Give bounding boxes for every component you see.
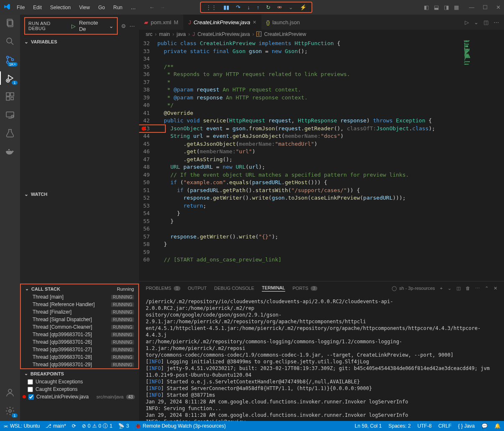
problems-indicator[interactable]: ⊘0 ⚠0 ⓘ1	[82, 423, 112, 430]
callstack-thread[interactable]: Thread [main]RUNNING	[21, 293, 138, 301]
chevron-down-icon[interactable]: ⌄	[109, 23, 114, 29]
accounts-icon[interactable]	[5, 388, 15, 398]
menu-selection[interactable]: Selection	[47, 3, 74, 12]
layout-sidebar-left-icon[interactable]: ◧	[424, 4, 429, 10]
panel-debug-console[interactable]: DEBUG CONSOLE	[214, 286, 254, 291]
step-over-icon[interactable]: ↷	[236, 4, 241, 10]
menu-go[interactable]: Go	[95, 3, 108, 12]
chevron-down-icon[interactable]: ⌄	[289, 4, 293, 10]
chevron-down-icon[interactable]: ⌄	[474, 19, 479, 25]
bp-caught[interactable]: Caught Exceptions	[20, 385, 139, 393]
close-panel-icon[interactable]: ✕	[494, 286, 497, 291]
run-debug-icon[interactable]: 1	[5, 73, 15, 83]
sync-icon[interactable]: ⟳	[72, 423, 76, 429]
code-editor[interactable]: 3233343536373839404142434445464748495051…	[139, 39, 462, 281]
nav-back-icon[interactable]: ←	[149, 4, 154, 10]
remote-icon: ⫘	[3, 423, 8, 429]
layout-panel-icon[interactable]: ⬓	[434, 4, 439, 10]
restart-icon[interactable]: ↻	[266, 4, 271, 10]
pause-icon[interactable]: ▮▮	[223, 4, 229, 10]
menu-edit[interactable]: Edit	[30, 3, 45, 12]
maximize-icon[interactable]: ☐	[483, 4, 488, 10]
search-icon[interactable]	[5, 36, 15, 46]
disconnect-icon[interactable]: ⚮	[277, 4, 282, 10]
svg-point-20	[9, 410, 11, 412]
ports-indicator[interactable]: 📡 3	[118, 423, 129, 429]
split-editor-icon[interactable]: ◫	[484, 19, 489, 25]
encoding[interactable]: UTF-8	[418, 423, 432, 429]
remote-indicator[interactable]: ⫘ WSL: Ubuntu	[3, 423, 40, 429]
debug-settings-icon[interactable]: ⚙	[121, 23, 126, 29]
settings-gear-icon[interactable]: 1	[5, 406, 15, 416]
bp-caught-checkbox[interactable]	[28, 387, 33, 392]
bp-file[interactable]: CreateLinkPreview.java src/main/java 43	[20, 393, 139, 401]
extensions-icon[interactable]	[5, 91, 15, 101]
split-terminal-icon[interactable]: ◫	[456, 286, 461, 291]
minimize-icon[interactable]: —	[469, 4, 474, 10]
explorer-icon[interactable]	[5, 18, 15, 28]
callstack-thread[interactable]: Thread [qtp399683701-28]RUNNING	[21, 353, 138, 361]
menu-file[interactable]: File	[13, 3, 28, 12]
more-icon[interactable]: ⋯	[129, 23, 135, 29]
chevron-down-icon[interactable]: ⌄	[448, 286, 451, 291]
remote-explorer-icon[interactable]	[5, 110, 15, 120]
more-icon[interactable]: ⋯	[494, 19, 499, 25]
panel-terminal[interactable]: TERMINAL	[262, 285, 285, 292]
menu-more[interactable]: …	[127, 3, 139, 12]
chevron-up-icon[interactable]: ⌃	[485, 286, 489, 291]
git-branch[interactable]: ⎇ main*	[46, 423, 66, 429]
watch-section[interactable]: ⌄ WATCH	[20, 190, 139, 199]
tab-launch[interactable]: {} launch.json	[261, 15, 305, 30]
nav-forward-icon[interactable]: →	[160, 4, 165, 10]
close-tab-icon[interactable]: ×	[253, 19, 256, 25]
minimap[interactable]: █ ██ ████ █ ███ ██ █ ██ ██ █ ██ ████████…	[462, 39, 504, 281]
layout-sidebar-right-icon[interactable]: ◨	[444, 4, 449, 10]
source-control-icon[interactable]: 1K+	[5, 55, 15, 65]
breadcrumb[interactable]: src› main› java› J CreateLinkPreview.jav…	[139, 30, 504, 39]
panel-problems[interactable]: PROBLEMS 1	[146, 286, 180, 291]
bp-file-checkbox[interactable]	[28, 394, 34, 400]
notifications-icon[interactable]: 🔔	[494, 423, 501, 429]
callstack-thread[interactable]: Thread [Finalizer]RUNNING	[21, 308, 138, 316]
callstack-thread[interactable]: Thread [Reference Handler]RUNNING	[21, 301, 138, 308]
language-mode[interactable]: { } Java	[458, 423, 475, 429]
new-terminal-icon[interactable]: +	[440, 286, 443, 291]
bp-uncaught[interactable]: Uncaught Exceptions	[20, 378, 139, 385]
panel-ports[interactable]: PORTS 3	[293, 286, 317, 291]
indentation[interactable]: Spaces: 2	[388, 423, 410, 429]
variables-section[interactable]: ⌄ VARIABLES	[20, 37, 139, 46]
terminal-selector[interactable]: ◯ sh - 3p-resources	[392, 286, 435, 291]
eol[interactable]: CRLF	[438, 423, 451, 429]
run-file-icon[interactable]: ▷	[465, 19, 469, 25]
callstack-thread[interactable]: Thread [Signal Dispatcher]RUNNING	[21, 316, 138, 323]
more-icon[interactable]: ⋯	[475, 286, 480, 291]
feedback-icon[interactable]: 💬	[481, 423, 488, 429]
callstack-thread[interactable]: Thread [Common-Cleaner]RUNNING	[21, 323, 138, 331]
start-debug-icon[interactable]: ▷	[71, 23, 76, 29]
menu-view[interactable]: View	[76, 3, 93, 12]
close-icon[interactable]: ✕	[496, 4, 501, 10]
callstack-thread[interactable]: Thread [qtp399683701-27]RUNNING	[21, 346, 138, 353]
step-into-icon[interactable]: ↓	[247, 4, 250, 10]
breakpoints-section[interactable]: ⌄ BREAKPOINTS	[20, 369, 139, 378]
run-debug-config[interactable]: RUN AND DEBUG ▷ Remote De ⌄	[24, 17, 118, 35]
callstack-thread[interactable]: Thread [qtp399683701-29]RUNNING	[21, 361, 138, 368]
cursor-position[interactable]: Ln 59, Col 1	[355, 423, 382, 429]
testing-icon[interactable]	[5, 128, 15, 138]
bp-uncaught-checkbox[interactable]	[28, 379, 33, 385]
terminal-content[interactable]: /pierrick/.m2/repository/io/cloudevents/…	[139, 295, 504, 421]
hot-reload-icon[interactable]: ⚡	[300, 4, 306, 10]
callstack-section[interactable]: ⌄ CALL STACK Running	[21, 284, 138, 293]
debug-status[interactable]: 🐞 Remote Debug Watch (3p-resources)	[135, 423, 226, 429]
callstack-thread[interactable]: Thread [qtp399683701-26]RUNNING	[21, 338, 138, 346]
callstack-thread[interactable]: Thread [qtp399683701-25]RUNNING	[21, 331, 138, 338]
tab-createlinkpreview[interactable]: J CreateLinkPreview.java ×	[183, 15, 261, 30]
layout-customize-icon[interactable]: ▦	[454, 4, 459, 10]
menu-run[interactable]: Run	[110, 3, 126, 12]
kill-terminal-icon[interactable]: 🗑	[466, 286, 470, 291]
drag-handle-icon[interactable]: ⋮⋮	[206, 4, 217, 10]
docker-icon[interactable]	[5, 147, 15, 157]
tab-pom[interactable]: ▰ pom.xml M	[139, 15, 183, 30]
panel-output[interactable]: OUTPUT	[188, 286, 207, 291]
step-out-icon[interactable]: ↑	[257, 4, 260, 10]
